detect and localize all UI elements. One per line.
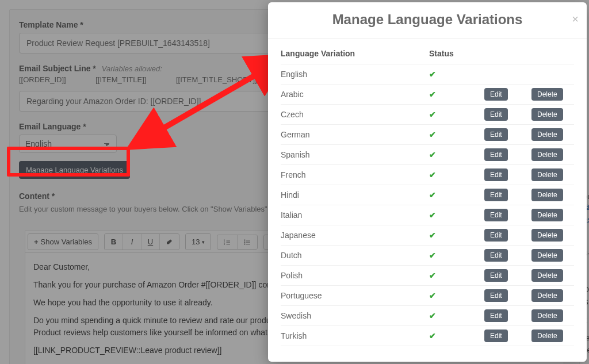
status-cell: ✔ [429, 190, 484, 200]
table-row: Arabic✔EditDelete [281, 85, 574, 105]
language-variations-modal: Manage Language Variations × Language Va… [268, 2, 587, 362]
edit-button[interactable]: Edit [484, 269, 508, 282]
table-row: English✔ [281, 64, 574, 85]
edit-button[interactable]: Edit [484, 209, 508, 221]
status-cell: ✔ [429, 331, 484, 340]
check-icon: ✔ [429, 190, 436, 200]
edit-button[interactable]: Edit [484, 229, 508, 242]
language-rows: English✔Arabic✔EditDeleteCzech✔EditDelet… [281, 64, 574, 346]
table-row: Turkish✔EditDelete [281, 326, 574, 346]
delete-button[interactable]: Delete [531, 289, 563, 302]
status-cell: ✔ [429, 251, 484, 260]
edit-button[interactable]: Edit [484, 309, 508, 322]
delete-button[interactable]: Delete [531, 309, 563, 322]
close-icon[interactable]: × [572, 13, 579, 26]
status-cell: ✔ [429, 210, 484, 220]
table-row: Swedish✔EditDelete [281, 306, 574, 326]
check-icon: ✔ [429, 70, 436, 79]
delete-button[interactable]: Delete [531, 189, 563, 201]
check-icon: ✔ [429, 110, 436, 119]
status-cell: ✔ [429, 271, 484, 280]
check-icon: ✔ [429, 130, 436, 139]
check-icon: ✔ [429, 251, 436, 260]
check-icon: ✔ [429, 210, 436, 220]
table-header: Language Variation Status [281, 44, 574, 64]
status-cell: ✔ [429, 150, 484, 159]
language-name: German [281, 130, 429, 139]
delete-button[interactable]: Delete [531, 148, 563, 161]
check-icon: ✔ [429, 291, 436, 300]
edit-button[interactable]: Edit [484, 168, 508, 181]
language-name: Dutch [281, 251, 429, 260]
status-cell: ✔ [429, 231, 484, 240]
table-row: Czech✔EditDelete [281, 105, 574, 125]
check-icon: ✔ [429, 331, 436, 340]
page-root: Template Name * Email Subject Line * Var… [0, 0, 589, 364]
check-icon: ✔ [429, 170, 436, 179]
modal-body: Language Variation Status English✔Arabic… [268, 39, 587, 362]
edit-button[interactable]: Edit [484, 108, 508, 121]
edit-button[interactable]: Edit [484, 148, 508, 161]
modal-title: Manage Language Variations [277, 12, 577, 28]
language-name: Arabic [281, 90, 429, 99]
check-icon: ✔ [429, 231, 436, 240]
edit-button[interactable]: Edit [484, 128, 508, 141]
status-cell: ✔ [429, 70, 484, 79]
table-row: Italian✔EditDelete [281, 205, 574, 225]
table-row: French✔EditDelete [281, 165, 574, 185]
language-name: Portuguese [281, 291, 429, 300]
delete-button[interactable]: Delete [531, 209, 563, 221]
col-language: Language Variation [281, 49, 429, 58]
table-row: Spanish✔EditDelete [281, 145, 574, 165]
status-cell: ✔ [429, 170, 484, 179]
table-row: Dutch✔EditDelete [281, 246, 574, 266]
delete-button[interactable]: Delete [531, 108, 563, 121]
delete-button[interactable]: Delete [531, 329, 563, 342]
delete-button[interactable]: Delete [531, 88, 563, 101]
edit-button[interactable]: Edit [484, 189, 508, 201]
edit-button[interactable]: Edit [484, 289, 508, 302]
language-name: Hindi [281, 190, 429, 200]
edit-button[interactable]: Edit [484, 88, 508, 101]
col-status: Status [429, 49, 484, 58]
status-cell: ✔ [429, 291, 484, 300]
status-cell: ✔ [429, 90, 484, 99]
language-name: Swedish [281, 311, 429, 320]
check-icon: ✔ [429, 90, 436, 99]
status-cell: ✔ [429, 110, 484, 119]
language-name: English [281, 70, 429, 79]
check-icon: ✔ [429, 271, 436, 280]
language-name: French [281, 170, 429, 179]
delete-button[interactable]: Delete [531, 229, 563, 242]
status-cell: ✔ [429, 130, 484, 139]
language-name: Turkish [281, 331, 429, 340]
language-name: Spanish [281, 150, 429, 159]
language-name: Italian [281, 210, 429, 220]
delete-button[interactable]: Delete [531, 168, 563, 181]
check-icon: ✔ [429, 311, 436, 320]
language-name: Polish [281, 271, 429, 280]
edit-button[interactable]: Edit [484, 329, 508, 342]
table-row: Polish✔EditDelete [281, 266, 574, 286]
table-row: Portuguese✔EditDelete [281, 286, 574, 306]
edit-button[interactable]: Edit [484, 249, 508, 262]
delete-button[interactable]: Delete [531, 249, 563, 262]
table-row: German✔EditDelete [281, 125, 574, 145]
status-cell: ✔ [429, 311, 484, 320]
delete-button[interactable]: Delete [531, 269, 563, 282]
language-name: Japanese [281, 231, 429, 240]
check-icon: ✔ [429, 150, 436, 159]
modal-header: Manage Language Variations × [268, 2, 587, 39]
language-name: Czech [281, 110, 429, 119]
delete-button[interactable]: Delete [531, 128, 563, 141]
table-row: Japanese✔EditDelete [281, 225, 574, 246]
table-row: Hindi✔EditDelete [281, 185, 574, 205]
